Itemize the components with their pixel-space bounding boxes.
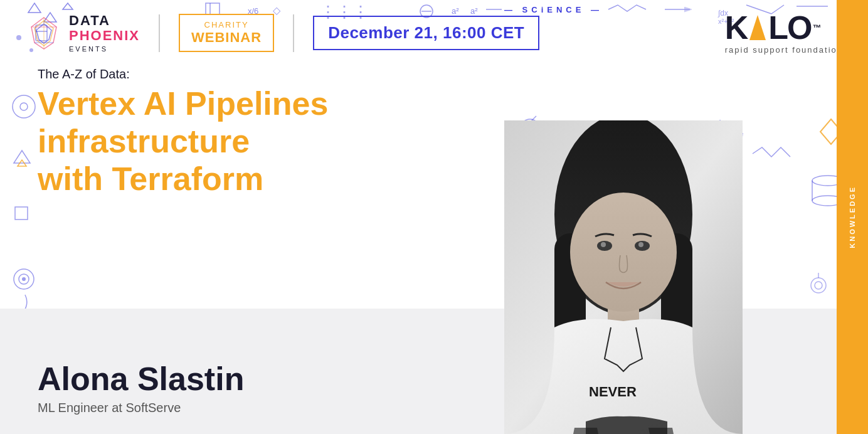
svg-point-44 xyxy=(815,282,822,289)
event-date: December 21, 16:00 CET xyxy=(313,16,539,50)
phoenix-icon xyxy=(25,14,63,52)
content-subtitle: The A-Z of Data: xyxy=(38,67,830,82)
title-line-1: Vertex AI Pipelines infrastructure xyxy=(38,85,328,159)
svg-point-86 xyxy=(570,193,677,312)
speaker-role: ML Engineer at SoftServe xyxy=(38,401,244,415)
svg-point-89 xyxy=(601,242,606,247)
main-content: The A-Z of Data: Vertex AI Pipelines inf… xyxy=(0,61,868,198)
right-edge-text: KNOWLEDGE xyxy=(849,186,856,248)
svg-point-90 xyxy=(638,242,643,247)
speaker-info: Alona Slastin ML Engineer at SoftServe xyxy=(38,361,244,415)
event-banner: x/6 ◇ ∫dx x²+a² ⋮⋮⋮ a² a² xyxy=(0,0,868,434)
svg-text:NEVER: NEVER xyxy=(589,384,637,400)
svg-marker-80 xyxy=(749,15,766,40)
webinar-label: WEBINAR xyxy=(191,29,262,46)
charity-webinar-box: CHARITY WEBINAR xyxy=(179,14,274,52)
kolo-tagline: rapid support foundation xyxy=(725,45,843,55)
content-title: Vertex AI Pipelines infrastructure with … xyxy=(38,85,539,198)
svg-point-43 xyxy=(811,278,826,293)
logo-events-text: EVENTS xyxy=(69,45,140,53)
charity-label: CHARITY xyxy=(204,20,249,29)
logo-text-group: DATA PHOENIX EVENTS xyxy=(69,13,140,52)
kolo-trademark: ™ xyxy=(813,23,820,32)
title-line-2: with Terraform xyxy=(38,161,263,197)
science-bar: — SCiENCE — xyxy=(0,0,868,19)
svg-point-30 xyxy=(22,277,26,281)
right-edge-stripe: KNOWLEDGE xyxy=(837,0,868,434)
speaker-name: Alona Slastin xyxy=(38,361,244,397)
divider-1 xyxy=(159,14,160,52)
svg-point-29 xyxy=(19,274,29,284)
svg-point-28 xyxy=(14,269,34,289)
divider-2 xyxy=(293,14,294,52)
science-text: — SCiENCE — xyxy=(504,5,603,14)
data-phoenix-logo: DATA PHOENIX EVENTS xyxy=(25,13,140,52)
logo-phoenix-text: PHOENIX xyxy=(69,28,140,43)
svg-rect-27 xyxy=(15,207,28,220)
